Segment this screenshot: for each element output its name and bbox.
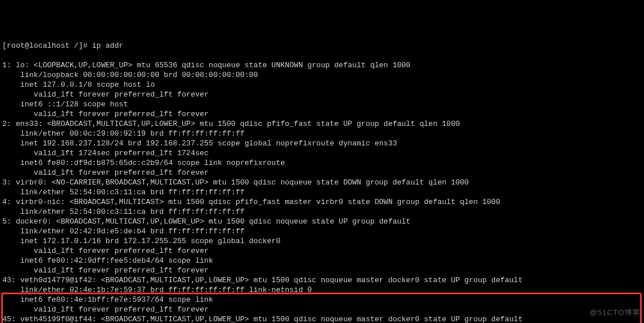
terminal-prompt: [root@localhost /]# ip addr <box>2 41 642 51</box>
output-line: inet 172.17.0.1/16 brd 172.17.255.255 sc… <box>2 236 642 246</box>
output-line: 45: veth45199f0@if44: <BROADCAST,MULTICA… <box>2 314 642 323</box>
output-line: link/ether 02:42:9d:e5:de:b4 brd ff:ff:f… <box>2 226 642 236</box>
output-line: inet6 ::1/128 scope host <box>2 99 642 109</box>
output-line: 5: docker0: <BROADCAST,MULTICAST,UP,LOWE… <box>2 217 642 226</box>
output-line: 43: veth0d14779@if42: <BROADCAST,MULTICA… <box>2 275 642 285</box>
output-line: 2: ens33: <BROADCAST,MULTICAST,UP,LOWER_… <box>2 119 642 129</box>
output-line: valid_lft forever preferred_lft forever <box>2 90 642 99</box>
output-line: 4: virbr0-nic: <BROADCAST,MULTICAST> mtu… <box>2 197 642 207</box>
output-line: valid_lft 1724sec preferred_lft 1724sec <box>2 148 642 158</box>
output-line: 1: lo: <LOOPBACK,UP,LOWER_UP> mtu 65536 … <box>2 60 642 70</box>
terminal-output: 1: lo: <LOOPBACK,UP,LOWER_UP> mtu 65536 … <box>2 60 642 323</box>
output-line: link/ether 52:54:00:c3:11:ca brd ff:ff:f… <box>2 207 642 217</box>
output-line: link/ether 00:0c:29:00:92:19 brd ff:ff:f… <box>2 129 642 139</box>
output-line: inet6 fe80::42:9dff:fee5:deb4/64 scope l… <box>2 256 642 266</box>
output-line: inet6 fe80::df9d:b875:65dc:c2b9/64 scope… <box>2 158 642 168</box>
output-line: link/ether 52:54:00:c3:11:ca brd ff:ff:f… <box>2 187 642 197</box>
output-line: valid_lft forever preferred_lft forever <box>2 266 642 275</box>
output-line: link/loopback 00:00:00:00:00:00 brd 00:0… <box>2 70 642 80</box>
output-line: valid_lft forever preferred_lft forever <box>2 305 642 314</box>
output-line: link/ether 02:4e:1b:7e:59:37 brd ff:ff:f… <box>2 285 642 295</box>
output-line: inet 127.0.0.1/8 scope host lo <box>2 80 642 90</box>
output-line: inet 192.168.237.128/24 brd 192.168.237.… <box>2 139 642 148</box>
output-line: 3: virbr0: <NO-CARRIER,BROADCAST,MULTICA… <box>2 178 642 187</box>
output-line: valid_lft forever preferred_lft forever <box>2 168 642 178</box>
output-line: valid_lft forever preferred_lft forever <box>2 246 642 256</box>
output-line: inet6 fe80::4e:1bff:fe7e:5937/64 scope l… <box>2 295 642 305</box>
output-line: valid_lft forever preferred_lft forever <box>2 109 642 119</box>
watermark-text: @51CTO博客 <box>589 307 641 317</box>
